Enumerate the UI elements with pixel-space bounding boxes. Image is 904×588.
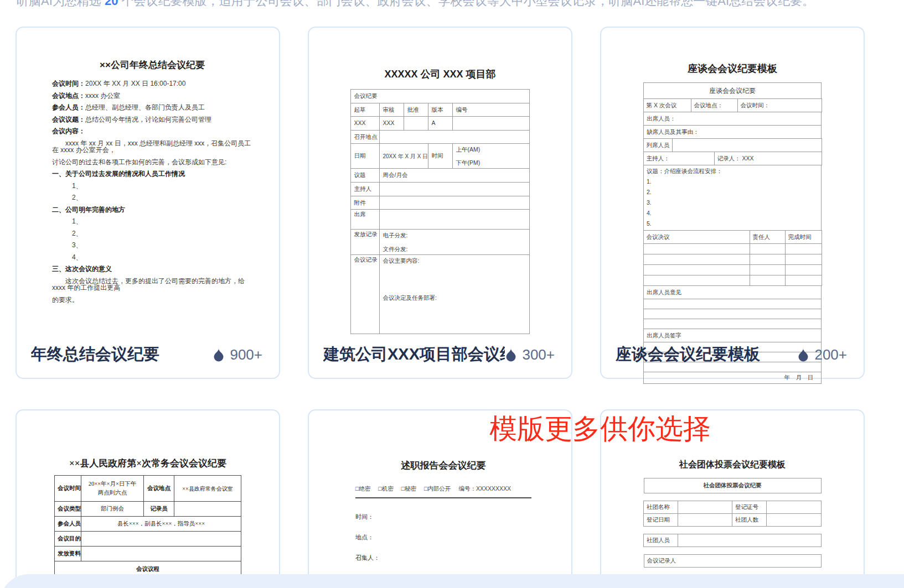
doc-preview: ××县人民政府第×次常务会议会议纪要 会议时间 20××年×月×日下午两点到六点… [33,457,262,588]
cell: 会议记录人 [644,555,821,568]
cell: 年 月 日 [644,372,822,384]
template-card-construction-project[interactable]: XXXXX 公司 XXX 项目部 会议纪要 起草审核 批准版本 编号 XXXXX… [308,27,572,379]
doc-list-item: 4、 [52,254,252,261]
card-footer: 年终总结会议纪要 900+ [31,344,262,366]
cell: 会议决议 [643,231,750,244]
cell: 出席人员签字 [644,329,822,342]
cell: 出席人员意见 [644,286,822,299]
classification-row: □绝密 □机密 □秘密 □内部公开 编号：XXXXXXXXX [355,485,531,493]
cell: 版本 [428,103,453,117]
doc-table: 会议决议责任人完成时间 [643,230,822,286]
field-line: 会议议题：总结公司今年情况，讨论如何完善公司管理 [52,116,252,123]
doc-paragraph: 这次会议总结过去，更多的提出了公司需要的完善的地方，给 xxxx 年的工作提出更… [52,278,252,292]
cell: 社团人员 [644,534,678,547]
cell: 完成时间 [785,231,822,244]
field-line: 会议时间：20XX 年 XX 月 XX 日 16:00-17:00 [52,80,252,87]
cell: 会议纪要 [351,90,529,103]
cell: 社会团体投票会议纪要 [644,478,821,493]
doc-table: 会议记录人 [644,554,822,568]
cell: 缺席人员及其事由： [644,126,822,139]
doc-list-item: 1、 [52,218,252,225]
cell: 编号 [453,103,529,117]
doc-title: ××县人民政府第×次常务会议会议纪要 [33,457,262,470]
cell: 电子分发: [383,231,526,240]
popularity-count: 300+ [522,346,555,363]
doc-preview: 述职报告会会议纪要 □绝密 □机密 □秘密 □内部公开 编号：XXXXXXXXX… [355,459,531,588]
doc-table: 列席人员 [643,138,822,152]
cell: 会议时间 [58,485,81,491]
cell: 两点到六点 [84,488,141,497]
doc-table: 社团人员 [643,534,822,547]
doc-table: 第 X 次会议会议地点：会议时间： [643,98,822,112]
card-title: 建筑公司XXX项目部会议纪... [323,344,505,366]
cell: 主持人 [351,183,380,196]
doc-title: ××公司年终总结会议纪要 [52,59,252,71]
cell: 部门例会 [81,502,144,517]
doc-preview: 社会团体投票会议纪要模板 社会团体投票会议纪要 社团名称登记证号 登记日期社团人… [618,459,847,588]
doc-table: 出席人员意见 出席人员签字 年 月 日 [643,285,822,384]
cell: 出席 [351,210,380,230]
doc-preview: 座谈会会议纪要模板 座谈会会议纪要 第 X 次会议会议地点：会议时间： 出席人员… [618,62,847,384]
popularity-stat: 900+ [213,346,262,363]
cell: 参会人员 [58,521,81,527]
cell: 发放记录 [351,230,380,255]
intro-count-highlight: 20 [105,0,118,8]
popularity-stat: 300+ [505,346,555,363]
popularity-count: 900+ [230,346,262,363]
cell: 1. [647,176,818,187]
cell: 会议类型 [58,506,81,512]
field-line: 会议地点：xxxx 办公室 [52,92,252,100]
checkbox-label: □内部公开 [424,485,451,493]
cell: 下午(PM) [456,159,526,168]
cell: 登记证号 [732,501,767,514]
doc-table: 社会团体投票会议纪要 [644,478,822,493]
cell: 3. [647,197,818,208]
template-card-government-executive[interactable]: ××县人民政府第×次常务会议会议纪要 会议时间 20××年×月×日下午两点到六点… [16,409,280,588]
cell: XXX [351,117,380,131]
cell: 批准 [404,103,428,117]
cell: 主持人： [643,152,714,165]
cell: 时间 [428,144,453,169]
card-title: 年终总结会议纪要 [31,344,159,366]
field-line: 会议内容： [52,128,252,135]
doc-title: 述职报告会会议纪要 [355,459,531,472]
cell: 会议主要内容: [383,257,526,266]
popularity-count: 200+ [814,346,847,363]
cell: 会议目的 [58,535,81,542]
cell: 议题：介绍座谈会流程安排： [647,166,818,176]
doc-title: 座谈会会议纪要模板 [618,62,847,75]
doc-title: 社会团体投票会议纪要模板 [618,459,847,471]
cell: 发放资料 [58,550,81,556]
card-title: 座谈会会议纪要模板 [616,344,760,366]
checkbox-label: □秘密 [401,485,416,493]
template-card-symposium[interactable]: 座谈会会议纪要模板 座谈会会议纪要 第 X 次会议会议地点：会议时间： 出席人员… [600,27,865,379]
doc-paragraph: 讨论公司的过去和各项工作如何的完善，会议形成如下意见: [52,159,252,166]
checkbox-label: □绝密 [355,485,370,493]
cell: 日期 [351,144,380,169]
doc-table: 座谈会会议纪要 [643,82,822,99]
cell: 召开地点 [351,131,380,144]
cell: 座谈会会议纪要 [644,83,822,99]
cell: 县长×××，副县长×××，指导员××× [81,517,241,532]
cell: 会议决定及任务部署: [383,294,526,303]
cell: 文件分发: [383,245,526,254]
popularity-stat: 200+ [797,346,847,363]
cell: 20××年×月×日下午 [84,480,141,488]
cell: A [428,117,453,131]
cell: 上午(AM) [456,145,526,154]
field-line: 参会人员：总经理、副总经理、各部门负责人及员工 [52,104,252,111]
flame-icon [505,347,517,362]
template-card-year-end-summary[interactable]: ××公司年终总结会议纪要 会议时间：20XX 年 XX 月 XX 日 16:00… [16,27,280,379]
cell: 5. [647,218,818,229]
promo-overlay-text: 模版更多供你选择 [489,410,711,447]
doc-table: 会议纪要 起草审核 批准版本 编号 XXXXXX A 召开地点 日期 20XX … [350,89,529,334]
flame-icon [797,347,809,362]
field-line: 地点： [355,533,531,542]
doc-list-item: 1、 [52,183,252,190]
cell: 20XX 年 X 月 X 日 [380,144,428,169]
intro-suffix: 个会议纪要模版，适用于公司会议、部门会议、政府会议、学校会议等大中小型会议记录，… [118,0,814,8]
field-line: 时间： [355,513,531,521]
doc-list-item: 2、 [52,194,252,201]
cell: 会议地点 [147,485,171,491]
intro-text: 听脑AI为您精选 20 个会议纪要模版，适用于公司会议、部门会议、政府会议、学校… [17,0,814,9]
